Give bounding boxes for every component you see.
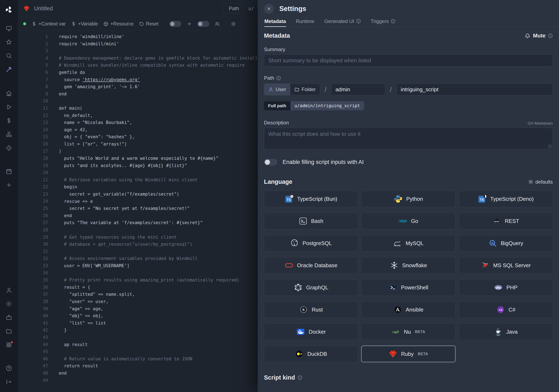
code-text: rescue => e bbox=[48, 198, 93, 205]
sidebar-item-schedules[interactable] bbox=[4, 167, 13, 175]
language-option-mysql[interactable]: MySQLMySQL bbox=[361, 235, 455, 251]
sidebar-item-workspace-monitor[interactable] bbox=[4, 24, 13, 33]
tab-generated-ui[interactable]: Generated UI bbox=[324, 16, 361, 27]
sidebar-item-alerts[interactable] bbox=[4, 144, 13, 152]
language-option-ruby[interactable]: RubyBETA bbox=[361, 346, 455, 362]
language-option-typescript-deno[interactable]: TSTypeScript (Deno) bbox=[459, 191, 553, 207]
sidebar-item-search[interactable] bbox=[4, 52, 13, 60]
language-option-bash[interactable]: Bash bbox=[264, 213, 358, 229]
language-option-typescript-bun[interactable]: TSTypeScript (Bun) bbox=[264, 191, 358, 207]
package-icon bbox=[103, 21, 109, 27]
blocks-icon bbox=[6, 131, 12, 137]
language-option-postgresql[interactable]: PostgreSQL bbox=[264, 235, 358, 251]
add-variable-button[interactable]: +Variable bbox=[71, 21, 98, 27]
csharp-icon: C# bbox=[496, 305, 505, 314]
language-option-go[interactable]: GOGo bbox=[361, 213, 455, 229]
sidebar-item-help[interactable] bbox=[4, 364, 13, 372]
language-option-java[interactable]: JavaJava bbox=[459, 323, 553, 340]
line-number: 22 bbox=[18, 183, 48, 191]
language-label: BigQuery bbox=[501, 240, 523, 246]
tab-runtime[interactable]: Runtime bbox=[296, 16, 314, 27]
add-context-var-button[interactable]: +Context var bbox=[31, 21, 66, 27]
language-option-docker[interactable]: Docker bbox=[264, 323, 358, 340]
owner-kind-user-button[interactable]: User bbox=[264, 84, 290, 95]
info-icon[interactable] bbox=[276, 76, 281, 81]
sidebar-item-variables[interactable] bbox=[4, 117, 13, 125]
language-option-rest[interactable]: HTTPREST bbox=[459, 213, 553, 229]
sidebar-item-workspace-settings[interactable] bbox=[4, 300, 13, 308]
add-resource-button[interactable]: +Resource bbox=[103, 21, 133, 27]
bell-icon bbox=[525, 33, 531, 39]
owner-input[interactable] bbox=[331, 83, 385, 95]
code-text: gem 'amazing_print', '~> 1.6' bbox=[48, 83, 140, 91]
code-text: gemfile do bbox=[48, 69, 85, 76]
sidebar-item-apps[interactable] bbox=[4, 341, 13, 349]
line-number: 2 bbox=[18, 40, 48, 48]
description-textarea[interactable] bbox=[264, 128, 553, 149]
sidebar-item-folders[interactable] bbox=[4, 327, 13, 335]
sidebar-item-runs[interactable] bbox=[4, 103, 13, 111]
dollar-icon bbox=[71, 21, 76, 27]
owner-kind-folder-button[interactable]: Folder bbox=[290, 84, 320, 95]
windmill-logo-icon[interactable] bbox=[4, 5, 14, 15]
diff-mode-toggle[interactable] bbox=[169, 21, 181, 27]
language-option-snowflake[interactable]: Snowflake bbox=[361, 257, 455, 273]
close-settings-button[interactable] bbox=[264, 4, 274, 14]
line-number: 36 bbox=[18, 284, 48, 291]
line-number: 12 bbox=[18, 112, 48, 119]
summary-input[interactable] bbox=[264, 55, 553, 66]
multiplayer-toggle[interactable] bbox=[197, 21, 209, 27]
language-option-oracle-database[interactable]: Oracle Database bbox=[264, 257, 358, 273]
script-name-input[interactable] bbox=[396, 83, 553, 95]
language-option-ansible[interactable]: Ansible bbox=[361, 301, 455, 318]
resize-handle-icon[interactable] bbox=[548, 145, 552, 148]
mute-control[interactable]: Mute bbox=[525, 33, 553, 39]
language-label: TypeScript (Deno) bbox=[490, 196, 534, 202]
sidebar-item-script-editor[interactable] bbox=[4, 65, 13, 73]
language-option-duckdb[interactable]: DuckDB bbox=[264, 346, 358, 362]
info-icon[interactable] bbox=[548, 33, 553, 38]
path-button[interactable]: Path bbox=[222, 3, 243, 14]
language-option-php[interactable]: phpPHP bbox=[459, 279, 553, 296]
ai-toggle-label: Enable filling script inputs with AI bbox=[283, 159, 364, 165]
language-option-graphql[interactable]: GraphQL bbox=[264, 279, 358, 296]
tab-triggers[interactable]: Triggers bbox=[371, 16, 395, 27]
language-option-nu[interactable]: nuNuBETA bbox=[361, 323, 455, 340]
language-option-powershell[interactable]: PowerShell bbox=[361, 279, 455, 296]
code-text: "list" => list bbox=[48, 319, 106, 327]
script-title-input[interactable] bbox=[34, 5, 167, 12]
sidebar-item-resources[interactable] bbox=[4, 130, 13, 138]
ruby-icon bbox=[389, 350, 397, 358]
code-text bbox=[48, 248, 62, 255]
language-label: Ruby bbox=[401, 351, 414, 357]
sidebar-item-account[interactable] bbox=[4, 286, 13, 294]
language-option-bigquery[interactable]: BigQuery bbox=[459, 235, 553, 251]
sidebar-item-create[interactable] bbox=[4, 181, 13, 189]
info-icon[interactable] bbox=[298, 375, 302, 380]
code-text: ap result bbox=[48, 341, 88, 348]
graphql-icon bbox=[294, 283, 302, 292]
language-option-ms-sql-server[interactable]: MS SQL Server bbox=[459, 257, 553, 273]
svg-text:php: php bbox=[496, 286, 501, 289]
language-option-c[interactable]: C#C# bbox=[459, 301, 553, 318]
info-icon[interactable] bbox=[391, 19, 395, 24]
sidebar-item-workers[interactable] bbox=[4, 313, 13, 322]
language-defaults-button[interactable]: defaults bbox=[528, 179, 553, 185]
owner-kind-user-label: User bbox=[276, 87, 286, 92]
sidebar-item-favorites[interactable] bbox=[4, 38, 13, 46]
mute-label[interactable]: Mute bbox=[533, 33, 546, 39]
sidebar-item-home[interactable] bbox=[4, 89, 13, 98]
code-text: end bbox=[48, 212, 72, 219]
add-variable-label: +Variable bbox=[78, 21, 98, 27]
settings-title: Settings bbox=[279, 5, 306, 13]
tab-metadata[interactable]: Metadata bbox=[264, 16, 286, 27]
language-option-python[interactable]: Python bbox=[361, 191, 455, 207]
editor-settings-button[interactable] bbox=[231, 21, 236, 27]
info-icon[interactable] bbox=[356, 19, 361, 24]
language-option-rust[interactable]: RRust bbox=[264, 301, 358, 318]
svg-text:C#: C# bbox=[499, 308, 502, 311]
ai-inputs-toggle[interactable] bbox=[264, 159, 277, 165]
sidebar-item-expand-sidebar[interactable] bbox=[4, 378, 13, 386]
code-text: puts "Hello World and a warm welcome esp… bbox=[48, 155, 218, 162]
reset-button[interactable]: Reset bbox=[139, 21, 158, 27]
